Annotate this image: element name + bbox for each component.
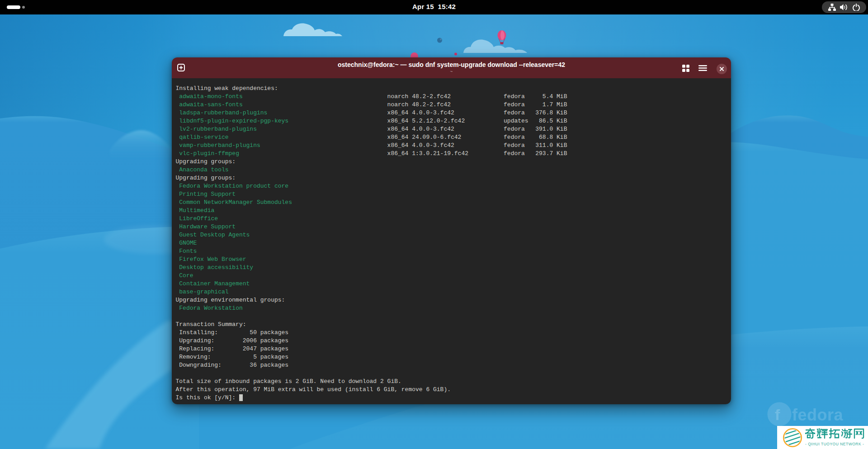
svg-text:f: f — [775, 406, 780, 423]
svg-text:fedora: fedora — [792, 406, 844, 424]
